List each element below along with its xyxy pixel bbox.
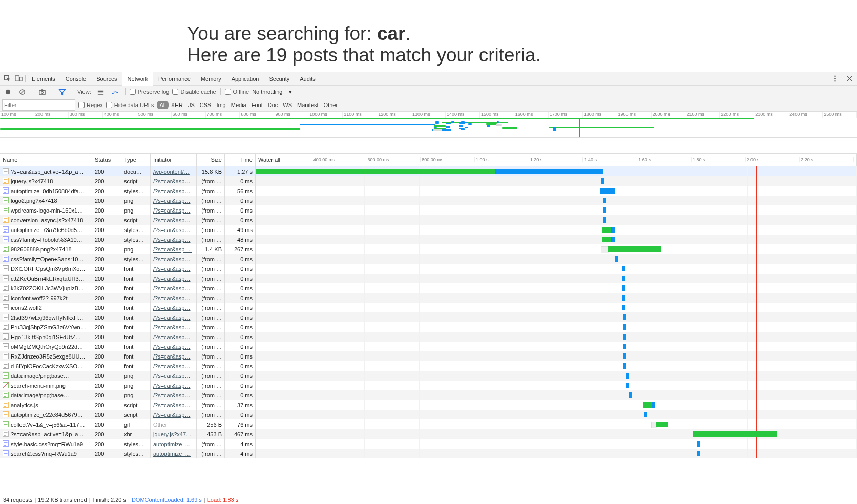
- col-name[interactable]: Name: [0, 154, 92, 166]
- cell-initiator[interactable]: /wp-content/…: [151, 166, 197, 176]
- cell-initiator[interactable]: autoptimize_…: [151, 439, 197, 449]
- tab-memory[interactable]: Memory: [196, 72, 226, 85]
- table-row[interactable]: Pru33qjShpZSmG3z6VYwn…200font/?s=car&asp…: [0, 322, 857, 332]
- filter-chip-ws[interactable]: WS: [280, 101, 295, 109]
- table-row[interactable]: DXI1ORHCpsQm3Vp6mXo…200font/?s=car&asp…(…: [0, 264, 857, 274]
- table-row[interactable]: d-6IYplOFocCacKzxwXSO…200font/?s=car&asp…: [0, 361, 857, 371]
- device-toolbar-icon[interactable]: [13, 73, 24, 85]
- cell-initiator[interactable]: /?s=car&asp…: [151, 361, 197, 371]
- close-icon[interactable]: [844, 73, 855, 85]
- table-row[interactable]: icons2.woff2200font/?s=car&asp…(from …0 …: [0, 303, 857, 312]
- table-row[interactable]: search-menu-min.png200png/?s=car&asp…(fr…: [0, 381, 857, 390]
- col-size[interactable]: Size: [197, 154, 225, 166]
- cell-initiator[interactable]: /?s=car&asp…: [151, 176, 197, 186]
- table-row[interactable]: style.basic.css?mq=RWu1a9200styles…autop…: [0, 439, 857, 449]
- cell-initiator[interactable]: /?s=car&asp…: [151, 186, 197, 196]
- hide-data-urls-checkbox[interactable]: Hide data URLs: [106, 102, 154, 108]
- filter-input[interactable]: [2, 99, 75, 111]
- record-icon[interactable]: [2, 86, 13, 97]
- cell-initiator[interactable]: /?s=car&asp…: [151, 235, 197, 244]
- table-row[interactable]: css?family=Roboto%3A10…200styles…/?s=car…: [0, 235, 857, 244]
- table-row[interactable]: collect?v=1&_v=j56&a=117…200gifOther256 …: [0, 419, 857, 429]
- cell-initiator[interactable]: /?s=car&asp…: [151, 283, 197, 293]
- filter-chip-manifest[interactable]: Manifest: [295, 101, 321, 109]
- filter-chip-doc[interactable]: Doc: [265, 101, 281, 109]
- cell-initiator[interactable]: /?s=car&asp…: [151, 274, 197, 283]
- more-icon[interactable]: [829, 73, 841, 85]
- table-row[interactable]: iconfont.woff2?-997k2t200font/?s=car&asp…: [0, 293, 857, 303]
- col-waterfall[interactable]: Waterfall 400.00 ms600.00 ms800.00 ms1.0…: [256, 154, 857, 166]
- table-row[interactable]: oMMgfZMQthOryQo9n22d…200font/?s=car&asp……: [0, 342, 857, 351]
- cell-initiator[interactable]: /?s=car&asp…: [151, 264, 197, 274]
- table-row[interactable]: search2.css?mq=RWu1a9200styles…autoptimi…: [0, 449, 857, 458]
- table-row[interactable]: autoptimize_0db150884dfa…200styles…/?s=c…: [0, 186, 857, 196]
- tab-console[interactable]: Console: [60, 72, 91, 85]
- cell-initiator[interactable]: /?s=car&asp…: [151, 342, 197, 351]
- cell-initiator[interactable]: /?s=car&asp…: [151, 322, 197, 332]
- capture-screenshot-icon[interactable]: [36, 86, 48, 97]
- preserve-log-checkbox[interactable]: Preserve log: [130, 89, 170, 95]
- table-row[interactable]: autoptimize_73a79c6b0d5…200styles…/?s=ca…: [0, 225, 857, 235]
- cell-initiator[interactable]: /?s=car&asp…: [151, 312, 197, 322]
- throttling-select[interactable]: No throttling ▾: [252, 89, 292, 95]
- col-status[interactable]: Status: [92, 154, 121, 166]
- filter-chip-font[interactable]: Font: [249, 101, 265, 109]
- small-rows-icon[interactable]: [95, 86, 107, 97]
- cell-initiator[interactable]: /?s=car&asp…: [151, 215, 197, 225]
- filter-chip-all[interactable]: All: [157, 101, 168, 109]
- cell-initiator[interactable]: /?s=car&asp…: [151, 410, 197, 419]
- table-row[interactable]: Hgo13k-tfSpn0qi1SFdUfZ…200font/?s=car&as…: [0, 332, 857, 342]
- filter-chip-img[interactable]: Img: [214, 101, 228, 109]
- cell-initiator[interactable]: autoptimize_…: [151, 449, 197, 458]
- table-row[interactable]: ?s=car&asp_active=1&p_a…200docu…/wp-cont…: [0, 166, 857, 176]
- tab-security[interactable]: Security: [264, 72, 295, 85]
- table-row[interactable]: wpdreams-logo-min-160x1…200png/?s=car&as…: [0, 205, 857, 215]
- cell-initiator[interactable]: /?s=car&asp…: [151, 390, 197, 400]
- cell-initiator[interactable]: /?s=car&asp…: [151, 381, 197, 390]
- inspect-element-icon[interactable]: [2, 73, 13, 85]
- table-row[interactable]: data:image/png;base…200png/?s=car&asp…(f…: [0, 371, 857, 381]
- col-initiator[interactable]: Initiator: [151, 154, 197, 166]
- cell-initiator[interactable]: /?s=car&asp …: [151, 244, 197, 254]
- cell-initiator[interactable]: /?s=car&asp…: [151, 205, 197, 215]
- tab-audits[interactable]: Audits: [295, 72, 321, 85]
- filter-icon[interactable]: [56, 86, 68, 97]
- cell-initiator[interactable]: /?s=car&asp…: [151, 196, 197, 205]
- col-time[interactable]: Time: [225, 154, 256, 166]
- cell-initiator[interactable]: /?s=car&asp…: [151, 293, 197, 303]
- regex-checkbox[interactable]: Regex: [78, 102, 103, 108]
- table-row[interactable]: 982606889.png?x47418200png/?s=car&asp …1…: [0, 244, 857, 254]
- cell-initiator[interactable]: /?s=car&asp…: [151, 351, 197, 361]
- table-row[interactable]: css?family=Open+Sans:10…200styles…/?s=ca…: [0, 254, 857, 264]
- cell-initiator[interactable]: /?s=car&asp…: [151, 400, 197, 410]
- table-row[interactable]: conversion_async.js?x47418200script/?s=c…: [0, 215, 857, 225]
- overview-timeline[interactable]: 100 ms200 ms300 ms400 ms500 ms600 ms700 …: [0, 112, 857, 138]
- col-type[interactable]: Type: [121, 154, 151, 166]
- cell-initiator[interactable]: /?s=car&asp…: [151, 371, 197, 381]
- cell-initiator[interactable]: jquery.js?x47…: [151, 429, 197, 439]
- filter-chip-css[interactable]: CSS: [197, 101, 214, 109]
- tab-network[interactable]: Network: [122, 72, 153, 86]
- table-row[interactable]: cJZKeOuBrn4kERxqtaUH3…200font/?s=car&asp…: [0, 274, 857, 283]
- cell-initiator[interactable]: /?s=car&asp…: [151, 332, 197, 342]
- cell-initiator[interactable]: /?s=car&asp…: [151, 254, 197, 264]
- table-row[interactable]: jquery.js?x47418200script/?s=car&asp…(fr…: [0, 176, 857, 186]
- cell-initiator[interactable]: /?s=car&asp…: [151, 303, 197, 312]
- cell-initiator[interactable]: Other: [151, 419, 197, 429]
- request-table[interactable]: ?s=car&asp_active=1&p_a…200docu…/wp-cont…: [0, 166, 857, 480]
- tab-sources[interactable]: Sources: [91, 72, 122, 85]
- tab-application[interactable]: Application: [226, 72, 264, 85]
- cell-initiator[interactable]: /?s=car&asp…: [151, 225, 197, 235]
- table-row[interactable]: 2tsd397wLxj96qwHyNIkxH…200font/?s=car&as…: [0, 312, 857, 322]
- filter-chip-other[interactable]: Other: [321, 101, 341, 109]
- table-row[interactable]: logo2.png?x47418200png/?s=car&asp…(from …: [0, 196, 857, 205]
- filter-chip-media[interactable]: Media: [228, 101, 249, 109]
- table-row[interactable]: ?s=car&asp_active=1&p_a…200xhrjquery.js?…: [0, 429, 857, 439]
- table-header[interactable]: Name Status Type Initiator Size Time Wat…: [0, 154, 857, 166]
- filter-chip-js[interactable]: JS: [185, 101, 197, 109]
- table-row[interactable]: autoptimize_e22e84d5679…200script/?s=car…: [0, 410, 857, 419]
- clear-icon[interactable]: [16, 86, 28, 97]
- offline-checkbox[interactable]: Offline: [225, 89, 249, 95]
- table-row[interactable]: RxZJdnzeo3R5zSexge8UU…200font/?s=car&asp…: [0, 351, 857, 361]
- overview-toggle-icon[interactable]: [110, 86, 121, 97]
